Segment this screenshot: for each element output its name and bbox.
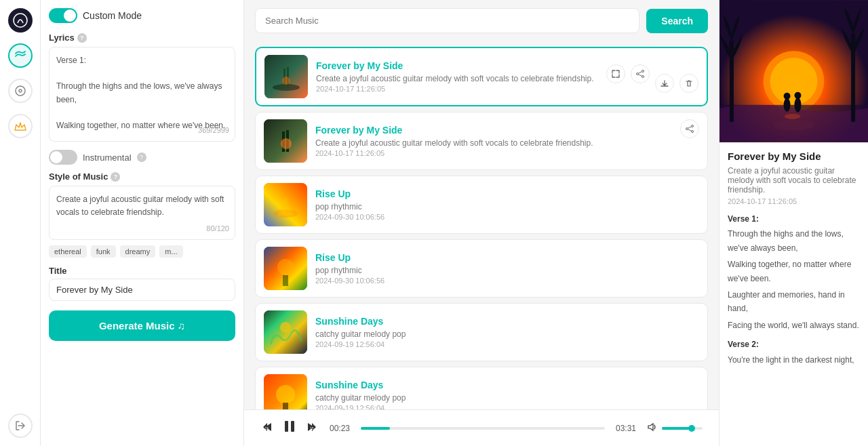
lyrics-line-3: Laughter and memories, hand in hand,	[728, 288, 860, 316]
svg-point-26	[276, 385, 295, 404]
title-label: Title	[49, 266, 235, 276]
share-icon-2[interactable]	[680, 119, 699, 138]
svg-point-42	[784, 93, 791, 100]
custom-mode-label: Custom Mode	[83, 10, 142, 21]
song-card-sunshine1[interactable]: Sunshine Days catchy guitar melody pop 2…	[255, 303, 708, 361]
expand-icon[interactable]	[606, 64, 625, 83]
song-title-sunshine2: Sunshine Days	[315, 380, 699, 390]
download-icon[interactable]	[655, 74, 674, 93]
title-input[interactable]	[49, 279, 235, 301]
svg-point-16	[686, 128, 688, 130]
pause-button[interactable]	[282, 419, 297, 437]
svg-point-41	[784, 98, 791, 112]
rewind-button[interactable]: 15	[260, 420, 274, 437]
volume-bar[interactable]	[662, 427, 703, 430]
search-bar-row: Search	[244, 0, 719, 41]
song-thumb-forever1	[264, 55, 308, 98]
generate-music-button[interactable]: Generate Music ♫	[49, 310, 235, 341]
svg-point-43	[794, 98, 801, 113]
song-card-riseup2[interactable]: Rise Up pop rhythmic 2024-09-30 10:06:56	[255, 239, 708, 298]
volume-button[interactable]	[647, 422, 658, 434]
sidebar-item-disc[interactable]	[8, 79, 33, 103]
song-info-riseup1: Rise Up pop rhythmic 2024-09-30 10:06:56	[315, 188, 699, 221]
custom-mode-toggle[interactable]	[49, 8, 77, 23]
song-date-riseup2: 2024-09-30 10:06:56	[315, 277, 699, 285]
song-date-sunshine2: 2024-09-19 12:56:04	[315, 404, 699, 409]
svg-point-1	[16, 86, 25, 96]
verse-2-label: Verse 2:	[728, 338, 860, 351]
song-info-forever2: Forever by My Side Create a joyful acous…	[315, 125, 699, 157]
player-controls: 15 15	[260, 419, 319, 437]
svg-point-17	[692, 131, 694, 133]
progress-bar[interactable]	[361, 427, 605, 430]
style-count: 80/120	[206, 223, 229, 235]
instrumental-toggle[interactable]	[49, 150, 77, 165]
fast-forward-button[interactable]: 15	[305, 420, 319, 437]
song-actions-forever1	[606, 55, 698, 93]
tag-funk[interactable]: funk	[91, 245, 116, 258]
svg-point-45	[785, 114, 801, 119]
main-content: Search Forever by My Side Create a joyfu…	[244, 0, 719, 446]
song-card-forever2[interactable]: Forever by My Side Create a joyful acous…	[255, 112, 708, 170]
song-info-sunshine1: Sunshine Days catchy guitar melody pop 2…	[315, 316, 699, 348]
volume-row	[647, 422, 703, 434]
svg-text:15: 15	[310, 426, 314, 430]
song-title-forever2: Forever by My Side	[315, 125, 699, 136]
song-card-forever1[interactable]: Forever by My Side Create a joyful acous…	[255, 47, 708, 106]
tag-ethereal[interactable]: ethereal	[49, 245, 87, 258]
sidebar-item-crown[interactable]	[8, 114, 33, 138]
toggle-thumb	[64, 9, 76, 22]
lyrics-box[interactable]: Verse 1: Through the highs and the lows,…	[49, 47, 235, 142]
share-icon[interactable]	[631, 64, 650, 83]
lyrics-count: 369/2999	[198, 125, 229, 137]
style-text: Create a joyful acoustic guitar melody w…	[56, 193, 228, 219]
left-panel: Custom Mode Lyrics ? Verse 1: Through th…	[41, 0, 244, 446]
song-date-riseup1: 2024-09-30 10:06:56	[315, 213, 699, 221]
song-info-sunshine2: Sunshine Days catchy guitar melody pop 2…	[315, 380, 699, 409]
song-thumb-sunshine1	[264, 310, 307, 354]
style-help-icon[interactable]: ?	[111, 172, 120, 182]
tag-more[interactable]: m...	[159, 245, 182, 258]
custom-mode-row: Custom Mode	[49, 8, 235, 23]
right-lyrics: Verse 1: Through the highs and the lows,…	[728, 212, 860, 367]
song-desc-sunshine1: catchy guitar melody pop	[315, 329, 699, 339]
song-thumb-sunshine2	[264, 374, 307, 409]
style-box[interactable]: Create a joyful acoustic guitar melody w…	[49, 186, 235, 240]
search-input[interactable]	[255, 8, 639, 33]
song-card-sunshine2[interactable]: Sunshine Days catchy guitar melody pop 2…	[255, 367, 708, 409]
style-label: Style of Music ?	[49, 171, 235, 182]
song-card-riseup1[interactable]: Rise Up pop rhythmic 2024-09-30 10:06:56	[255, 176, 708, 234]
delete-icon[interactable]	[679, 74, 698, 93]
instrumental-row: Instrumental ?	[49, 150, 235, 165]
sidebar-item-exit[interactable]	[8, 413, 33, 438]
svg-rect-27	[283, 403, 288, 409]
svg-point-14	[281, 138, 292, 149]
right-title: Forever by My Side	[728, 150, 860, 162]
song-list: Forever by My Side Create a joyful acous…	[244, 41, 719, 409]
sidebar-item-music[interactable]	[8, 43, 33, 68]
song-desc-riseup1: pop rhythmic	[315, 202, 699, 211]
tags-row: ethereal funk dreamy m...	[49, 245, 235, 258]
verse-1-label: Verse 1:	[728, 212, 860, 226]
svg-point-44	[794, 92, 801, 99]
svg-rect-22	[283, 275, 288, 286]
svg-point-2	[19, 89, 22, 92]
song-desc-sunshine2: catchy guitar melody pop	[315, 393, 699, 403]
player-bar: 15 15 00:23 03:31	[244, 409, 719, 446]
svg-point-10	[642, 76, 644, 78]
tag-dreamy[interactable]: dreamy	[120, 245, 156, 258]
song-title-riseup2: Rise Up	[315, 252, 699, 263]
total-time: 03:31	[616, 424, 636, 433]
instrumental-help-icon[interactable]: ?	[137, 153, 146, 162]
svg-point-24	[280, 322, 291, 333]
volume-handle	[688, 425, 695, 432]
svg-point-7	[282, 77, 290, 85]
svg-text:15: 15	[265, 426, 269, 430]
sidebar	[0, 0, 41, 446]
svg-point-4	[273, 84, 300, 91]
current-time: 00:23	[330, 424, 350, 433]
song-desc-forever2: Create a joyful acoustic guitar melody w…	[315, 138, 699, 148]
lyrics-help-icon[interactable]: ?	[77, 33, 87, 43]
song-date-forever2: 2024-10-17 11:26:05	[315, 149, 699, 157]
search-button[interactable]: Search	[646, 9, 708, 33]
